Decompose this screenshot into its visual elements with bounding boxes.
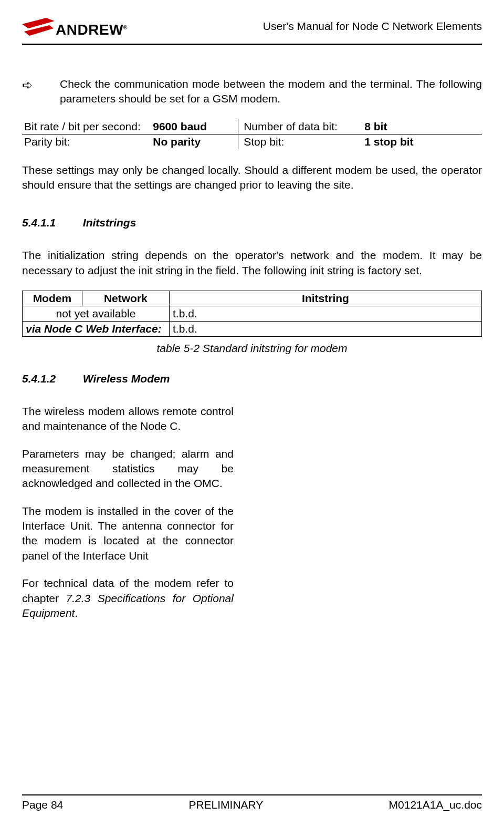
page-header: ANDREW® User's Manual for Node C Network…	[22, 18, 482, 45]
table-caption: table 5-2 Standard initstring for modem	[22, 342, 482, 355]
bullet-text: Check the communication mode between the…	[60, 77, 482, 107]
document-title: User's Manual for Node C Network Element…	[263, 20, 482, 33]
param-label: Parity bit:	[22, 134, 151, 149]
section-title: Initstrings	[83, 216, 136, 229]
param-value: 8 bit	[362, 119, 482, 135]
logo-text: ANDREW®	[56, 22, 128, 38]
body-paragraph: The modem is installed in the cover of t…	[22, 504, 234, 563]
andrew-logo-icon	[22, 18, 55, 42]
col-header-modem: Modem	[23, 291, 82, 306]
document-status: PRELIMINARY	[188, 799, 263, 811]
instruction-bullet: ➪ Check the communication mode between t…	[22, 77, 482, 107]
section-number: 5.4.1.2	[22, 373, 80, 385]
initstring-table: Modem Network Initstring not yet availab…	[22, 291, 482, 337]
section-title: Wireless Modem	[83, 373, 170, 385]
body-paragraph: The initialization string depends on the…	[22, 248, 482, 278]
arrow-bullet-icon: ➪	[22, 77, 60, 107]
section-number: 5.4.1.1	[22, 216, 80, 229]
table-row: Bit rate / bit per second: 9600 baud Num…	[22, 119, 482, 135]
body-paragraph: The wireless modem allows remote control…	[22, 404, 234, 434]
page-number: Page 84	[22, 799, 63, 811]
param-value: 1 stop bit	[362, 134, 482, 149]
col-header-initstring: Initstring	[170, 291, 482, 306]
cell-initstring: t.b.d.	[170, 306, 482, 322]
param-value: No parity	[151, 134, 238, 149]
section-heading-wireless-modem: 5.4.1.2 Wireless Modem	[22, 373, 482, 385]
table-row: Parity bit: No parity Stop bit: 1 stop b…	[22, 134, 482, 149]
section-heading-initstrings: 5.4.1.1 Initstrings	[22, 216, 482, 229]
table-row: via Node C Web Interface: t.b.d.	[23, 322, 482, 337]
text: .	[75, 607, 78, 619]
param-label: Number of data bit:	[238, 119, 363, 135]
gsm-parameters-table: Bit rate / bit per second: 9600 baud Num…	[22, 119, 482, 149]
logo: ANDREW®	[22, 18, 128, 42]
table-header-row: Modem Network Initstring	[23, 291, 482, 306]
param-label: Stop bit:	[238, 134, 363, 149]
body-paragraph: Parameters may be changed; alarm and mea…	[22, 447, 234, 491]
table-row: not yet available t.b.d.	[23, 306, 482, 322]
param-value: 9600 baud	[151, 119, 238, 135]
cell-modem-network: not yet available	[23, 306, 170, 322]
page-footer: Page 84 PRELIMINARY M0121A1A_uc.doc	[22, 794, 482, 811]
document-filename: M0121A1A_uc.doc	[389, 799, 482, 811]
cell-web-interface: via Node C Web Interface:	[23, 322, 170, 337]
body-paragraph: These settings may only be changed local…	[22, 163, 482, 193]
cell-initstring: t.b.d.	[170, 322, 482, 337]
col-header-network: Network	[82, 291, 169, 306]
wireless-modem-column: The wireless modem allows remote control…	[22, 404, 234, 621]
body-paragraph: For technical data of the modem refer to…	[22, 576, 234, 621]
param-label: Bit rate / bit per second:	[22, 119, 151, 135]
